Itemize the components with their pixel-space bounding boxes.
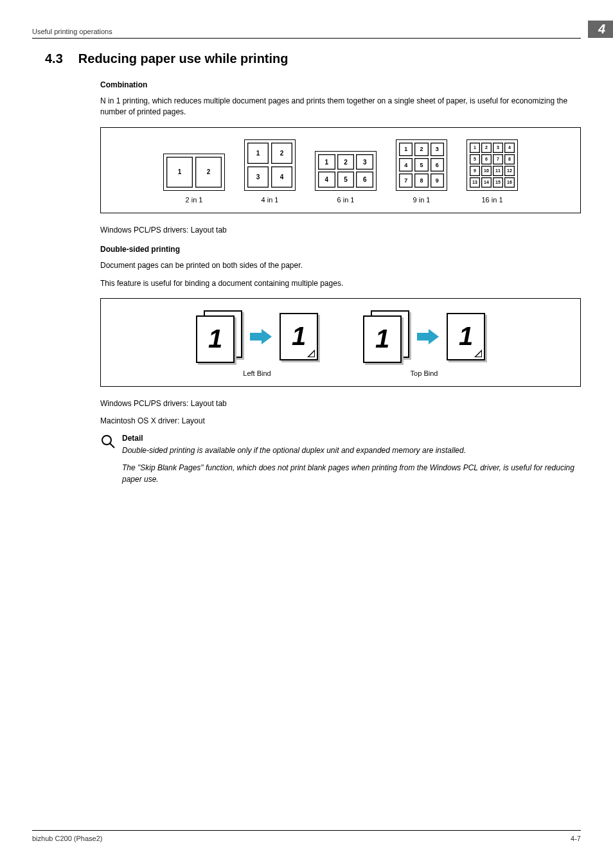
combo-label: 6 in 1 [337,196,355,204]
page-cell: 8 [504,154,515,164]
page-cell: 1 [166,157,193,188]
duplex-caption1: Windows PCL/PS drivers: Layout tab [100,398,581,409]
note-text-2: The "Skip Blank Pages" function, which d… [122,463,581,485]
note-text-1: Double-sided printing is available only … [122,445,581,456]
page-cell: 5 [337,172,355,188]
combo-16in1: 1 2 3 4 5 6 7 8 9 10 11 12 13 14 15 16 [466,139,518,204]
duplex-desc2: This feature is useful for binding a doc… [100,278,581,289]
page-footer: bizhub C200 (Phase2) 4-7 [32,830,581,842]
page-cell: 6 [481,154,492,164]
page-cell: 6 [431,158,444,172]
section-number: 4.3 [45,51,63,66]
combo-label: 16 in 1 [481,196,502,204]
page-cell: 15 [493,177,503,188]
page-cell: 9 [470,166,480,176]
chapter-number-badge: 4 [588,21,613,38]
combination-figure: 1 2 2 in 1 1 2 3 4 4 in 1 1 2 3 [100,127,581,213]
page-cell: 11 [493,166,503,176]
page-cell: 4 [504,143,515,153]
page-cell: 14 [481,177,492,188]
section-heading: 4.3 Reducing paper use while printing [45,51,581,66]
running-title: Useful printing operations [32,28,112,35]
magnifier-icon [100,434,118,452]
page-cell: 2 [481,143,492,153]
page-cell: 2 [337,154,355,170]
page-cell: 13 [470,177,480,188]
page-header: Useful printing operations 4 [32,21,581,39]
footer-right: 4-7 [571,835,581,842]
page-cell: 3 [431,143,444,156]
left-bind-group: 2 1 1 Left Bind [196,310,318,377]
top-bind-label: Top Bind [411,369,438,377]
combo-label: 9 in 1 [413,196,431,204]
top-bind-group: 2 1 1 Top Bind [363,310,485,377]
detail-note: Detail Double-sided printing is availabl… [100,434,581,492]
page-cell: 4 [318,172,335,188]
combination-description: N in 1 printing, which reduces multiple … [100,96,581,118]
subheading-combination: Combination [100,80,581,89]
arrow-icon [250,329,272,344]
page-cell: 4 [271,166,292,188]
page-cell: 4 [399,158,413,172]
page-cell: 2 [271,143,292,164]
arrow-icon [417,329,439,344]
page-cell: 1 [318,154,335,170]
combo-2in1: 1 2 2 in 1 [163,154,225,204]
section-title: Reducing paper use while printing [78,51,289,66]
combo-label: 4 in 1 [262,196,279,204]
combo-label: 2 in 1 [186,196,203,204]
page-cell: 1 [399,143,413,156]
page-cell: 9 [431,173,444,187]
note-title: Detail [122,434,581,443]
page-cell: 2 [195,157,222,188]
output-page-icon: 1 [447,313,485,360]
combo-6in1: 1 2 3 4 5 6 6 in 1 [315,151,377,204]
combo-9in1: 1 2 3 4 5 6 7 8 9 9 in 1 [396,139,447,204]
page-cell: 3 [493,143,503,153]
page-cell: 8 [414,173,428,187]
output-page-icon: 1 [280,313,318,360]
page-1-icon: 1 [196,315,235,363]
svg-point-0 [102,436,111,445]
page-cell: 2 [414,143,428,156]
page-cell: 3 [247,166,269,188]
duplex-figure: 2 1 1 Left Bind 2 1 [100,298,581,387]
duplex-caption2: Macintosh OS X driver: Layout [100,416,581,427]
footer-left: bizhub C200 (Phase2) [32,835,102,842]
page-cell: 12 [504,166,515,176]
page-cell: 5 [470,154,480,164]
left-bind-label: Left Bind [243,369,271,377]
duplex-desc1: Document pages can be printed on both si… [100,260,581,271]
input-pages-icon: 2 1 [363,310,409,363]
page-1-icon: 1 [363,315,402,363]
page-cell: 7 [493,154,503,164]
page-cell: 5 [414,158,428,172]
page-cell: 1 [247,143,269,164]
page-cell: 6 [356,172,373,188]
combo-4in1: 1 2 3 4 4 in 1 [244,139,296,204]
subheading-duplex: Double-sided printing [100,245,581,254]
page-cell: 1 [470,143,480,153]
page-cell: 16 [504,177,515,188]
combination-caption: Windows PCL/PS drivers: Layout tab [100,225,581,236]
svg-line-1 [110,443,114,448]
input-pages-icon: 2 1 [196,310,242,363]
page-cell: 3 [356,154,373,170]
page-cell: 10 [481,166,492,176]
page-cell: 7 [399,173,413,187]
